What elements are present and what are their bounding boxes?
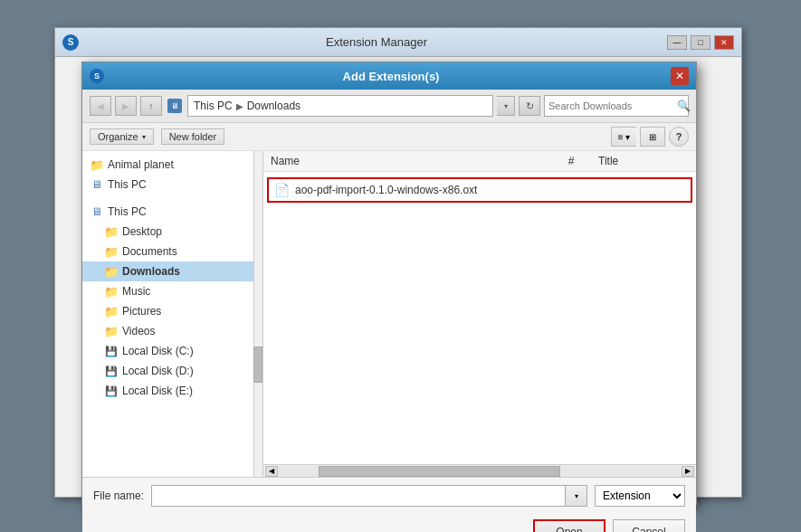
close-button[interactable]: ✕ — [714, 35, 734, 50]
maximize-button[interactable]: □ — [691, 35, 710, 50]
folder-icon-pictures: 📁 — [104, 304, 119, 318]
pc-icon: 🖥 — [90, 177, 104, 192]
search-input[interactable] — [545, 100, 677, 111]
filetype-container: Extension — [595, 485, 685, 507]
folder-icon: 📁 — [90, 157, 104, 172]
sidebar-item-animal-planet[interactable]: 📁 Animal planet — [82, 155, 262, 175]
organize-button[interactable]: Organize ▾ — [90, 128, 154, 145]
column-title: Title — [598, 155, 689, 167]
preview-pane-button[interactable]: ⊞ — [640, 127, 665, 147]
new-folder-button[interactable]: New folder — [161, 128, 225, 145]
scroll-thumb[interactable] — [319, 466, 561, 477]
folder-icon-music: 📁 — [104, 284, 119, 299]
horizontal-scrollbar[interactable]: ◀ ▶ — [263, 464, 696, 477]
search-icon[interactable]: 🔍 — [677, 96, 691, 116]
dialog-close-button[interactable]: ✕ — [671, 67, 689, 85]
dialog-titlebar: S Add Extension(s) ✕ — [82, 62, 696, 90]
filename-label: File name: — [93, 489, 144, 502]
file-list-body: 📄 aoo-pdf-import-0.1.0-windows-x86.oxt — [263, 172, 696, 464]
disk-icon-c: 💾 — [104, 344, 119, 358]
folder-icon-desktop: 📁 — [104, 224, 119, 239]
dialog-title: Add Extension(s) — [111, 70, 671, 83]
extension-manager-icon: S — [62, 34, 79, 51]
folder-icon-videos: 📁 — [104, 324, 119, 338]
sidebar-item-videos[interactable]: 📁 Videos — [82, 321, 262, 341]
up-button[interactable]: ↑ — [140, 96, 162, 116]
sidebar-item-documents[interactable]: 📁 Documents — [82, 242, 262, 261]
sidebar-item-local-disk-c[interactable]: 💾 Local Disk (C:) — [82, 341, 262, 361]
file-name: aoo-pdf-import-0.1.0-windows-x86.oxt — [295, 184, 477, 196]
column-hash: # — [544, 155, 598, 167]
dialog-icon: S — [90, 69, 104, 83]
sidebar-item-music[interactable]: 📁 Music — [82, 281, 262, 301]
toolbar: Organize ▾ New folder ≡ ▾ ⊞ ? — [82, 123, 696, 151]
extension-manager-title: Extension Manager — [86, 35, 667, 49]
sidebar-item-this-pc-2[interactable]: 🖥 This PC — [82, 202, 262, 222]
filetype-select[interactable]: Extension — [595, 485, 685, 507]
path-dropdown-button[interactable]: ▾ — [497, 96, 515, 116]
disk-icon-d: 💾 — [104, 364, 119, 378]
path-downloads: Downloads — [247, 100, 300, 112]
sidebar-item-local-disk-d[interactable]: 💾 Local Disk (D:) — [82, 361, 262, 381]
pc-icon-2: 🖥 — [90, 204, 104, 219]
folder-icon-downloads: 📁 — [104, 264, 119, 279]
list-view-button[interactable]: ≡ ▾ — [611, 127, 636, 147]
back-button[interactable]: ◀ — [90, 96, 111, 116]
sidebar-item-local-disk-e[interactable]: 💾 Local Disk (E:) — [82, 381, 262, 401]
path-this-pc: This PC — [194, 100, 233, 112]
filename-dropdown-button[interactable]: ▾ — [566, 485, 587, 507]
sidebar-item-desktop[interactable]: 📁 Desktop — [82, 222, 262, 242]
action-row: Open Cancel — [82, 514, 696, 532]
sidebar-item-downloads[interactable]: 📁 Downloads — [82, 261, 262, 281]
address-bar: ◀ ▶ ↑ 🖥 This PC ▶ Downloads ▾ ↻ 🔍 — [82, 90, 696, 123]
file-item-ext[interactable]: 📄 aoo-pdf-import-0.1.0-windows-x86.oxt — [267, 177, 692, 203]
window-controls: — □ ✕ — [667, 35, 734, 50]
toolbar-right: ≡ ▾ ⊞ ? — [611, 127, 689, 147]
location-icon: 🖥 — [167, 99, 182, 113]
address-path[interactable]: This PC ▶ Downloads — [187, 95, 493, 117]
disk-icon-e: 💾 — [104, 384, 119, 398]
file-list-panel: Name # Title 📄 aoo-pdf-import-0.1.0-wind… — [263, 151, 696, 477]
cancel-button[interactable]: Cancel — [613, 519, 685, 532]
filename-input[interactable] — [151, 485, 566, 507]
scrollbar-thumb[interactable] — [253, 347, 262, 383]
refresh-button[interactable]: ↻ — [519, 96, 540, 116]
forward-button[interactable]: ▶ — [115, 96, 137, 116]
sidebar-item-pictures[interactable]: 📁 Pictures — [82, 301, 262, 321]
extension-manager-titlebar: S Extension Manager — □ ✕ — [55, 28, 741, 57]
sidebar-item-this-pc-top[interactable]: 🖥 This PC — [82, 175, 262, 195]
column-name: Name — [271, 155, 544, 167]
folder-icon-documents: 📁 — [104, 244, 119, 259]
path-separator-1: ▶ — [236, 101, 243, 111]
sidebar: 📁 Animal planet 🖥 This PC 🖥 This PC 📁 De… — [82, 151, 263, 477]
file-list-header: Name # Title — [263, 151, 696, 172]
bottom-row: File name: ▾ Extension — [82, 477, 696, 514]
scroll-left-button[interactable]: ◀ — [265, 466, 278, 477]
add-extensions-dialog: S Add Extension(s) ✕ ◀ ▶ ↑ 🖥 This PC ▶ D… — [81, 62, 697, 505]
minimize-button[interactable]: — — [667, 35, 687, 50]
open-button[interactable]: Open — [533, 519, 606, 532]
scroll-right-button[interactable]: ▶ — [682, 466, 694, 477]
search-box: 🔍 — [544, 95, 689, 117]
spacer — [82, 195, 262, 202]
help-button[interactable]: ? — [669, 127, 689, 147]
filename-input-container: ▾ — [151, 485, 587, 507]
vertical-scrollbar[interactable] — [253, 151, 262, 477]
file-icon: 📄 — [274, 183, 290, 197]
scroll-track[interactable] — [278, 466, 682, 477]
content-area: 📁 Animal planet 🖥 This PC 🖥 This PC 📁 De… — [82, 151, 696, 477]
